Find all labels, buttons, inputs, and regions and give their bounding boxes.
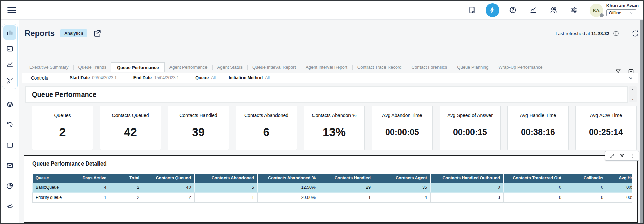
- avatar[interactable]: KA: [590, 4, 603, 17]
- column-header-contacts-agent[interactable]: Contacts Agent: [374, 174, 431, 183]
- refresh-icon[interactable]: [631, 30, 639, 37]
- tab-queue-interval-report[interactable]: Queue Interval Report: [248, 62, 301, 72]
- kpi-card-queues: Queues2: [32, 106, 93, 150]
- kpi-card-contacts-abandon-: Contacts Abandon %13%: [304, 106, 365, 150]
- controls-bar: Controls Start Date09/04/2023 1...End Da…: [22, 73, 638, 83]
- table-cell: 1: [195, 192, 258, 202]
- sidebar-analytics-group: [2, 24, 18, 89]
- help-button[interactable]: [506, 3, 520, 17]
- expand-icon[interactable]: [609, 153, 615, 159]
- info-icon: [613, 30, 619, 37]
- vertical-scrollbar[interactable]: [640, 20, 643, 223]
- scroll-up-arrow-icon[interactable]: ▲: [632, 88, 634, 90]
- topbar: KA Khurram Awan Offline: [1, 1, 643, 20]
- table-cell: 1: [76, 192, 110, 202]
- column-header-contacts-handled-outbound[interactable]: Contacts Handled Outbound: [431, 174, 504, 183]
- sidebar-item-pie-chart[interactable]: [3, 179, 16, 193]
- layers-icon: [6, 101, 14, 108]
- kpi-card-avg-speed-of-answer: Avg Speed of Answer00:00:15: [440, 106, 501, 150]
- filter-end-date[interactable]: End Date15/04/2023 1...: [133, 75, 183, 80]
- section-title: Queue Performance: [32, 91, 96, 99]
- table-cell: 0: [565, 183, 607, 192]
- controls-label: Controls: [31, 75, 48, 81]
- widget-filter-icon[interactable]: [619, 153, 625, 159]
- table-cell: 1: [319, 192, 374, 202]
- filter-value: 09/04/2023 1...: [92, 75, 120, 80]
- tab-executive-summary[interactable]: Executive Summary: [24, 62, 73, 72]
- tab-wrap-up-performance[interactable]: Wrap-Up Performance: [494, 62, 548, 72]
- external-link-icon: [93, 29, 102, 38]
- sidebar-item-design[interactable]: [3, 73, 16, 88]
- kpi-value: 39: [192, 115, 205, 150]
- table-cell: 2: [110, 192, 143, 202]
- status-select[interactable]: Offline: [606, 9, 636, 16]
- column-header-contacts-handled[interactable]: Contacts Handled: [319, 174, 374, 183]
- column-header-days-active[interactable]: Days Active: [76, 174, 110, 183]
- sidebar-item-bar-chart[interactable]: [3, 25, 16, 40]
- tab-agent-status[interactable]: Agent Status: [213, 62, 247, 72]
- section-scrollbar[interactable]: ▲ ▼: [629, 86, 637, 102]
- info-icon[interactable]: [613, 30, 619, 37]
- sidebar-item-settings[interactable]: [3, 199, 16, 213]
- sidebar-item-line-chart[interactable]: [3, 57, 16, 72]
- table-row[interactable]: BasicQueue4240512.50%293500000:42:2: [33, 183, 633, 192]
- column-header-contacts-abandoned-[interactable]: Contacts Abandoned %: [258, 174, 319, 183]
- user-name: Khurram Awan: [606, 3, 639, 8]
- kpi-card-contacts-queued: Contacts Queued42: [100, 106, 161, 150]
- filter-queue[interactable]: QueueAll: [195, 75, 216, 80]
- section-header: Queue Performance: [25, 86, 628, 103]
- external-link-icon[interactable]: [93, 29, 102, 38]
- tab-queue-trends[interactable]: Queue Trends: [74, 62, 111, 72]
- hamburger-menu-icon[interactable]: [6, 4, 18, 16]
- kpi-value: 42: [124, 115, 137, 150]
- tab-agent-performance[interactable]: Agent Performance: [165, 62, 212, 72]
- tab-agent-interval-report[interactable]: Agent Interval Report: [301, 62, 352, 72]
- column-header-queue[interactable]: Queue: [33, 174, 76, 183]
- filter-label: Start Date: [70, 75, 90, 80]
- column-header-callbacks[interactable]: Callbacks: [565, 174, 607, 183]
- column-header-contacts-queued[interactable]: Contacts Queued: [143, 174, 195, 183]
- column-header-avg-handl-[interactable]: Avg Handl.: [607, 174, 633, 183]
- table-cell: BasicQueue: [33, 183, 76, 192]
- sidebar-items: [3, 97, 16, 213]
- kebab-menu-icon[interactable]: [629, 153, 635, 159]
- chevron-down-icon[interactable]: [628, 75, 634, 81]
- filter-value: All: [211, 75, 216, 80]
- control-filters: Start Date09/04/2023 1...End Date15/04/2…: [70, 75, 270, 80]
- sliders-button[interactable]: [567, 3, 581, 17]
- scroll-down-arrow-icon[interactable]: ▼: [632, 98, 634, 100]
- bar-chart-icon: [6, 29, 14, 36]
- form-icon: [468, 6, 476, 14]
- filter-value: All: [265, 75, 270, 80]
- lightning-button[interactable]: [486, 3, 499, 17]
- topbar-right: KA Khurram Awan Offline: [465, 1, 639, 19]
- sidebar-item-layers[interactable]: [3, 97, 16, 111]
- tab-contract-trace-record[interactable]: Contract Trace Record: [353, 62, 407, 72]
- tab-queue-planning[interactable]: Queue Planning: [452, 62, 493, 72]
- table-cell: 00:01:1: [607, 192, 633, 202]
- sidebar-item-window[interactable]: [3, 138, 16, 152]
- detailed-table-wrap: QueueDays ActiveTotalContacts QueuedCont…: [32, 174, 632, 203]
- metrics-button[interactable]: [526, 3, 540, 17]
- table-cell: 2: [143, 192, 195, 202]
- column-header-contacts-tranferred-out[interactable]: Contacts Tranferred Out: [504, 174, 565, 183]
- sidebar-item-history[interactable]: [3, 118, 16, 132]
- tab-queue-performance[interactable]: Queue Performance: [111, 62, 165, 72]
- filter-initiation-method[interactable]: Initiation MethodAll: [229, 75, 270, 80]
- table-cell: 12.50%: [258, 183, 319, 192]
- form-button[interactable]: [465, 3, 479, 17]
- column-header-total[interactable]: Total: [110, 174, 143, 183]
- filter-start-date[interactable]: Start Date09/04/2023 1...: [70, 75, 120, 80]
- column-header-contacts-abandoned[interactable]: Contacts Abandoned: [195, 174, 258, 183]
- users-button[interactable]: [547, 3, 560, 17]
- table-row[interactable]: Priority queue122120.00%1430000:01:1: [33, 192, 633, 202]
- kpi-value: 00:00:05: [385, 115, 419, 150]
- queue-performance-table: QueueDays ActiveTotalContacts QueuedCont…: [32, 174, 632, 203]
- user-meta: Khurram Awan Offline: [606, 3, 639, 16]
- sidebar-item-calendar[interactable]: [3, 41, 16, 56]
- table-cell: Priority queue: [33, 192, 76, 202]
- chevron-down-icon: [629, 11, 633, 15]
- sidebar-item-mail[interactable]: [3, 158, 16, 173]
- users-icon: [550, 6, 557, 14]
- tab-contact-forensics[interactable]: Contact Forensics: [407, 62, 452, 72]
